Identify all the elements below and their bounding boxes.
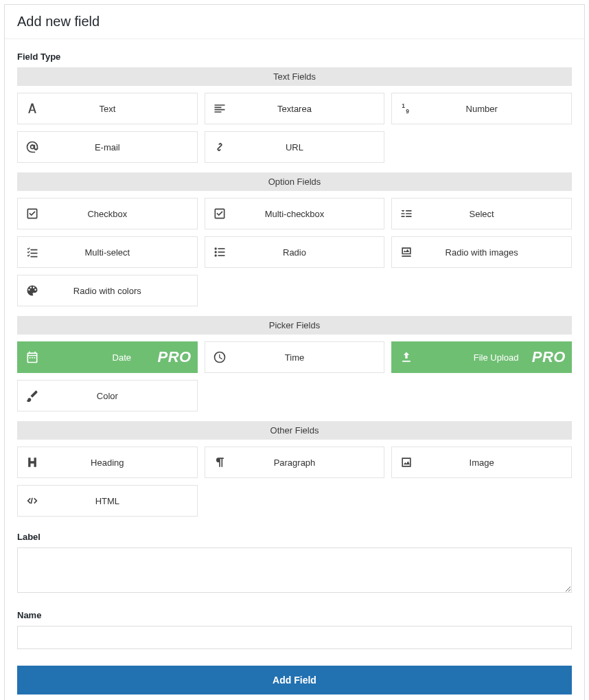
at-icon [18, 140, 47, 154]
font-icon [18, 102, 47, 115]
field-type-label-text: Radio with images [421, 247, 571, 258]
field-type-label-text: Paragraph [234, 458, 384, 468]
field-type-label-text: Time [234, 352, 384, 363]
svg-point-3 [214, 251, 216, 253]
panel-title: Add new field [5, 5, 584, 39]
grid-picker: Date PRO Time File Upload PRO C [17, 341, 572, 411]
field-type-fileupload[interactable]: File Upload PRO [391, 341, 572, 373]
field-type-heading[interactable]: Heading [17, 447, 198, 478]
field-type-label-text: Radio [234, 247, 384, 258]
name-block: Name [17, 610, 572, 649]
field-type-label-text: E-mail [47, 142, 197, 153]
field-type-radiocolors[interactable]: Radio with colors [17, 275, 198, 306]
field-type-label-text: Select [421, 209, 571, 219]
label-block: Label [17, 532, 572, 595]
field-type-checkbox[interactable]: Checkbox [17, 198, 198, 229]
calendar-icon [18, 350, 47, 364]
grid-option: Checkbox Multi-checkbox Select Multi-sel… [17, 198, 572, 306]
select-icon [392, 207, 421, 221]
field-type-select[interactable]: Select [391, 198, 572, 229]
field-type-label-text: Multi-checkbox [234, 209, 384, 219]
field-type-label: Field Type [17, 52, 572, 62]
palette-icon [18, 284, 47, 297]
field-type-label-text: Textarea [234, 104, 384, 114]
field-type-url[interactable]: URL [205, 131, 385, 163]
group-header-option: Option Fields [17, 172, 572, 191]
field-type-date[interactable]: Date PRO [17, 341, 198, 373]
label-heading: Label [17, 532, 572, 542]
name-input[interactable] [17, 626, 572, 649]
field-type-multiselect[interactable]: Multi-select [17, 236, 198, 268]
group-header-picker: Picker Fields [17, 316, 572, 335]
multi-select-icon [18, 245, 47, 259]
field-type-time[interactable]: Time [205, 341, 385, 373]
field-type-label-text: Radio with colors [47, 286, 197, 296]
image-icon [392, 455, 421, 469]
svg-point-4 [214, 254, 216, 256]
field-type-radioimages[interactable]: Radio with images [391, 236, 572, 268]
field-type-label-text: Checkbox [47, 209, 197, 219]
field-type-label-text: Color [47, 391, 197, 401]
field-type-radio[interactable]: Radio [205, 236, 385, 268]
number-icon: 19 [392, 102, 421, 115]
image-grid-icon [392, 245, 421, 259]
pro-badge: PRO [532, 348, 566, 366]
field-type-label-text: Multi-select [47, 247, 197, 258]
label-input[interactable] [17, 547, 572, 593]
clock-icon [205, 350, 234, 364]
field-type-paragraph[interactable]: Paragraph [205, 447, 385, 478]
heading-icon [18, 455, 47, 469]
field-type-image[interactable]: Image [391, 447, 572, 478]
link-icon [205, 140, 234, 154]
group-header-text: Text Fields [17, 67, 572, 86]
svg-point-2 [214, 247, 216, 249]
add-field-button[interactable]: Add Field [17, 666, 572, 695]
field-type-html[interactable]: HTML [17, 485, 198, 517]
grid-text: Text Textarea 19 Number E-mail [17, 93, 572, 163]
align-left-icon [205, 102, 234, 115]
checkbox-icon [18, 207, 47, 221]
radio-list-icon [205, 245, 234, 259]
multi-checkbox-icon [205, 207, 234, 221]
field-type-label-text: Heading [47, 458, 197, 468]
field-type-label-text: Number [421, 104, 571, 114]
field-type-number[interactable]: 19 Number [391, 93, 572, 124]
field-type-email[interactable]: E-mail [17, 131, 198, 163]
field-type-label-text: Text [47, 104, 197, 114]
add-field-panel: Add new field Field Type Text Fields Tex… [4, 4, 585, 700]
field-type-multicheckbox[interactable]: Multi-checkbox [205, 198, 385, 229]
code-icon [18, 494, 47, 508]
field-type-color[interactable]: Color [17, 380, 198, 411]
paragraph-icon [205, 455, 234, 469]
panel-body: Field Type Text Fields Text Textarea 19 [5, 39, 584, 700]
upload-icon [392, 350, 421, 364]
pro-badge: PRO [157, 348, 191, 366]
brush-icon [18, 389, 47, 403]
field-type-label-text: URL [234, 142, 384, 153]
svg-text:1: 1 [402, 102, 406, 109]
name-heading: Name [17, 610, 572, 620]
field-type-text[interactable]: Text [17, 93, 198, 124]
field-type-label-text: HTML [47, 496, 197, 506]
field-type-label-text: Image [421, 458, 571, 468]
field-type-textarea[interactable]: Textarea [205, 93, 385, 124]
grid-other: Heading Paragraph Image HTML [17, 447, 572, 517]
group-header-other: Other Fields [17, 421, 572, 440]
svg-text:9: 9 [406, 108, 409, 115]
